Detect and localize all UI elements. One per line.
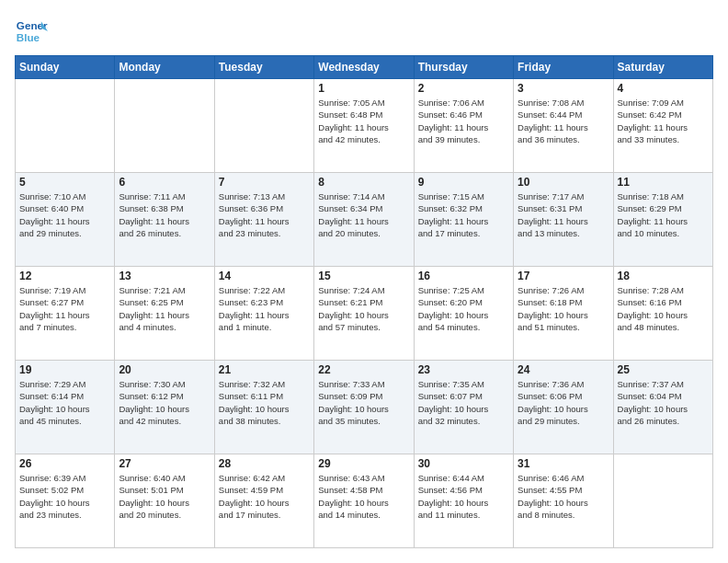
day-info: Sunrise: 7:15 AMSunset: 6:32 PMDaylight:…	[418, 190, 509, 239]
day-info: Sunrise: 7:24 AMSunset: 6:21 PMDaylight:…	[318, 284, 409, 333]
col-friday: Friday	[514, 56, 613, 79]
day-number: 3	[518, 82, 609, 95]
day-number: 23	[418, 363, 509, 376]
day-number: 26	[19, 457, 110, 470]
day-info: Sunrise: 6:39 AMSunset: 5:02 PMDaylight:…	[19, 472, 110, 521]
header: General Blue	[15, 15, 713, 48]
day-number: 13	[119, 270, 210, 282]
day-info: Sunrise: 6:44 AMSunset: 4:56 PMDaylight:…	[418, 472, 509, 521]
day-info: Sunrise: 7:29 AMSunset: 6:14 PMDaylight:…	[19, 378, 110, 427]
calendar-cell: 17Sunrise: 7:26 AMSunset: 6:18 PMDayligh…	[514, 267, 613, 361]
calendar-cell	[115, 79, 214, 173]
calendar-cell: 30Sunrise: 6:44 AMSunset: 4:56 PMDayligh…	[414, 454, 513, 548]
day-number: 20	[119, 363, 210, 376]
day-info: Sunrise: 7:10 AMSunset: 6:40 PMDaylight:…	[19, 190, 110, 239]
day-info: Sunrise: 6:40 AMSunset: 5:01 PMDaylight:…	[119, 472, 210, 521]
day-number: 14	[219, 270, 310, 282]
calendar-week-row: 12Sunrise: 7:19 AMSunset: 6:27 PMDayligh…	[16, 267, 713, 361]
calendar-cell: 24Sunrise: 7:36 AMSunset: 6:06 PMDayligh…	[514, 361, 613, 454]
col-thursday: Thursday	[414, 56, 513, 79]
day-number: 4	[618, 82, 709, 95]
calendar-week-row: 26Sunrise: 6:39 AMSunset: 5:02 PMDayligh…	[16, 454, 713, 548]
day-info: Sunrise: 7:08 AMSunset: 6:44 PMDaylight:…	[518, 97, 609, 145]
calendar-cell: 21Sunrise: 7:32 AMSunset: 6:11 PMDayligh…	[214, 361, 313, 454]
day-info: Sunrise: 7:35 AMSunset: 6:07 PMDaylight:…	[418, 378, 509, 427]
page: General Blue Sunday Monday Tuesday Wedne…	[0, 0, 728, 563]
calendar-cell: 28Sunrise: 6:42 AMSunset: 4:59 PMDayligh…	[214, 454, 313, 548]
calendar-cell	[214, 79, 313, 173]
col-wednesday: Wednesday	[314, 56, 414, 79]
day-info: Sunrise: 6:43 AMSunset: 4:58 PMDaylight:…	[318, 472, 409, 521]
day-info: Sunrise: 7:30 AMSunset: 6:12 PMDaylight:…	[119, 378, 210, 427]
col-saturday: Saturday	[613, 56, 712, 79]
calendar-cell: 23Sunrise: 7:35 AMSunset: 6:07 PMDayligh…	[414, 361, 513, 454]
day-number: 16	[418, 270, 509, 282]
calendar-cell: 13Sunrise: 7:21 AMSunset: 6:25 PMDayligh…	[115, 267, 214, 361]
calendar-cell: 2Sunrise: 7:06 AMSunset: 6:46 PMDaylight…	[414, 79, 513, 173]
day-info: Sunrise: 7:21 AMSunset: 6:25 PMDaylight:…	[119, 284, 210, 333]
calendar-cell: 31Sunrise: 6:46 AMSunset: 4:55 PMDayligh…	[514, 454, 613, 548]
calendar-table: Sunday Monday Tuesday Wednesday Thursday…	[15, 55, 713, 548]
calendar-cell: 9Sunrise: 7:15 AMSunset: 6:32 PMDaylight…	[414, 173, 513, 267]
calendar-cell: 3Sunrise: 7:08 AMSunset: 6:44 PMDaylight…	[514, 79, 613, 173]
calendar-cell: 6Sunrise: 7:11 AMSunset: 6:38 PMDaylight…	[115, 173, 214, 267]
calendar-cell: 8Sunrise: 7:14 AMSunset: 6:34 PMDaylight…	[314, 173, 414, 267]
svg-text:Blue: Blue	[17, 31, 40, 43]
day-info: Sunrise: 7:06 AMSunset: 6:46 PMDaylight:…	[418, 97, 509, 145]
day-number: 15	[318, 270, 409, 282]
calendar-cell: 11Sunrise: 7:18 AMSunset: 6:29 PMDayligh…	[613, 173, 712, 267]
day-info: Sunrise: 7:26 AMSunset: 6:18 PMDaylight:…	[518, 284, 609, 333]
calendar-week-row: 19Sunrise: 7:29 AMSunset: 6:14 PMDayligh…	[16, 361, 713, 454]
day-number: 1	[318, 82, 409, 95]
day-number: 19	[19, 363, 110, 376]
day-info: Sunrise: 7:33 AMSunset: 6:09 PMDaylight:…	[318, 378, 409, 427]
day-number: 30	[418, 457, 509, 470]
day-info: Sunrise: 7:14 AMSunset: 6:34 PMDaylight:…	[318, 190, 409, 239]
day-info: Sunrise: 7:17 AMSunset: 6:31 PMDaylight:…	[518, 190, 609, 239]
col-sunday: Sunday	[16, 56, 115, 79]
day-info: Sunrise: 6:42 AMSunset: 4:59 PMDaylight:…	[219, 472, 310, 521]
day-info: Sunrise: 6:46 AMSunset: 4:55 PMDaylight:…	[518, 472, 609, 521]
calendar-cell: 16Sunrise: 7:25 AMSunset: 6:20 PMDayligh…	[414, 267, 513, 361]
calendar-cell: 15Sunrise: 7:24 AMSunset: 6:21 PMDayligh…	[314, 267, 414, 361]
calendar-cell: 4Sunrise: 7:09 AMSunset: 6:42 PMDaylight…	[613, 79, 712, 173]
day-info: Sunrise: 7:22 AMSunset: 6:23 PMDaylight:…	[219, 284, 310, 333]
calendar-cell: 1Sunrise: 7:05 AMSunset: 6:48 PMDaylight…	[314, 79, 414, 173]
day-number: 11	[618, 176, 709, 189]
day-number: 9	[418, 176, 509, 189]
day-number: 25	[618, 363, 709, 376]
day-info: Sunrise: 7:25 AMSunset: 6:20 PMDaylight:…	[418, 284, 509, 333]
calendar-cell: 5Sunrise: 7:10 AMSunset: 6:40 PMDaylight…	[16, 173, 115, 267]
day-number: 27	[119, 457, 210, 470]
day-number: 5	[19, 176, 110, 189]
day-number: 29	[318, 457, 409, 470]
calendar-week-row: 1Sunrise: 7:05 AMSunset: 6:48 PMDaylight…	[16, 79, 713, 173]
day-number: 17	[518, 270, 609, 282]
col-monday: Monday	[115, 56, 214, 79]
calendar-cell: 22Sunrise: 7:33 AMSunset: 6:09 PMDayligh…	[314, 361, 414, 454]
day-number: 21	[219, 363, 310, 376]
logo-icon: General Blue	[15, 15, 48, 48]
day-number: 7	[219, 176, 310, 189]
calendar-cell: 7Sunrise: 7:13 AMSunset: 6:36 PMDaylight…	[214, 173, 313, 267]
day-number: 2	[418, 82, 509, 95]
calendar-cell: 26Sunrise: 6:39 AMSunset: 5:02 PMDayligh…	[16, 454, 115, 548]
col-tuesday: Tuesday	[214, 56, 313, 79]
calendar-cell: 19Sunrise: 7:29 AMSunset: 6:14 PMDayligh…	[16, 361, 115, 454]
calendar-cell: 29Sunrise: 6:43 AMSunset: 4:58 PMDayligh…	[314, 454, 414, 548]
calendar-cell: 12Sunrise: 7:19 AMSunset: 6:27 PMDayligh…	[16, 267, 115, 361]
calendar-cell	[613, 454, 712, 548]
day-number: 8	[318, 176, 409, 189]
calendar-cell: 18Sunrise: 7:28 AMSunset: 6:16 PMDayligh…	[613, 267, 712, 361]
day-info: Sunrise: 7:13 AMSunset: 6:36 PMDaylight:…	[219, 190, 310, 239]
day-info: Sunrise: 7:19 AMSunset: 6:27 PMDaylight:…	[19, 284, 110, 333]
calendar-cell: 10Sunrise: 7:17 AMSunset: 6:31 PMDayligh…	[514, 173, 613, 267]
day-info: Sunrise: 7:28 AMSunset: 6:16 PMDaylight:…	[618, 284, 709, 333]
day-number: 24	[518, 363, 609, 376]
day-number: 10	[518, 176, 609, 189]
calendar-header-row: Sunday Monday Tuesday Wednesday Thursday…	[16, 56, 713, 79]
day-number: 22	[318, 363, 409, 376]
calendar-cell: 27Sunrise: 6:40 AMSunset: 5:01 PMDayligh…	[115, 454, 214, 548]
day-info: Sunrise: 7:37 AMSunset: 6:04 PMDaylight:…	[618, 378, 709, 427]
day-info: Sunrise: 7:09 AMSunset: 6:42 PMDaylight:…	[618, 97, 709, 145]
